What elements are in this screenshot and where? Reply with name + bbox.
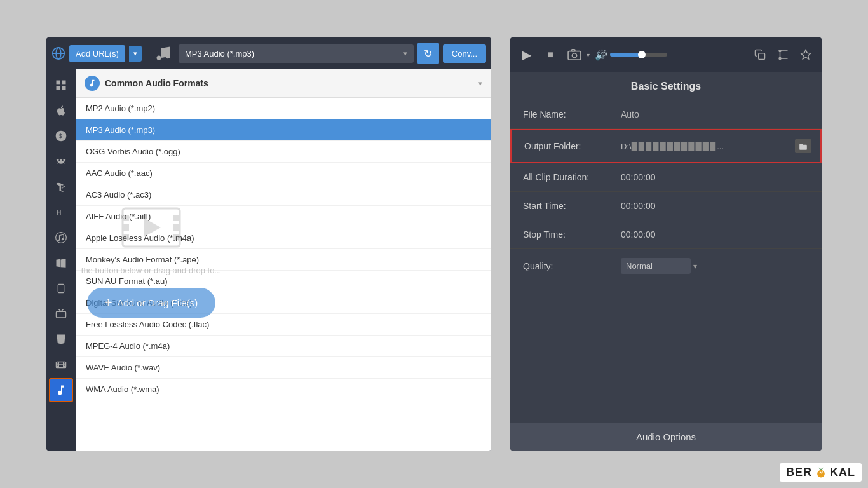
stop-time-value: 00:00:00 <box>612 220 822 249</box>
volume-slider: 🔊 <box>595 49 667 61</box>
film-placeholder-icon <box>119 202 183 253</box>
start-time-label: Start Time: <box>510 192 612 220</box>
settings-grid: File Name: Auto Output Folder: D:\██████… <box>510 100 822 283</box>
folder-path-text: D:\████████████... <box>621 142 791 151</box>
svg-point-43 <box>817 470 825 477</box>
play-button[interactable]: ▶ <box>517 45 536 64</box>
add-url-button[interactable]: Add URL(s) <box>69 45 125 62</box>
svg-rect-29 <box>123 234 129 240</box>
format-label: MP3 Audio (*.mp3) <box>185 49 254 58</box>
effects-button[interactable] <box>796 45 815 64</box>
svg-marker-33 <box>144 218 161 237</box>
dropdown-collapse-icon: ▾ <box>478 79 482 88</box>
quality-arrow-icon: ▾ <box>693 262 697 271</box>
section-title: Basic Settings <box>510 72 822 100</box>
svg-rect-37 <box>759 53 765 60</box>
svg-rect-30 <box>173 215 180 221</box>
volume-track[interactable] <box>610 53 667 57</box>
svg-rect-36 <box>572 50 575 51</box>
main-content: $ H <box>46 69 491 451</box>
dropdown-chevron-icon: ▾ <box>403 50 407 58</box>
add-drag-button[interactable]: + Add or Drag File(s) <box>87 288 215 318</box>
stop-button[interactable]: ■ <box>541 45 560 64</box>
refresh-button[interactable]: ↻ <box>417 43 439 64</box>
watermark-icon <box>815 466 827 479</box>
drag-text: the button below or drag and drop to... <box>81 266 221 275</box>
svg-rect-27 <box>123 215 129 221</box>
convert-label: Conv... <box>452 49 477 58</box>
output-folder-label: Output Folder: <box>510 129 612 163</box>
settings-area: Basic Settings File Name: Auto Output Fo… <box>510 72 822 423</box>
svg-point-38 <box>779 58 781 60</box>
quality-select[interactable]: Normal High Low <box>621 258 691 274</box>
svg-point-3 <box>156 56 161 60</box>
refresh-icon: ↻ <box>424 48 432 60</box>
media-area: the button below or drag and drop to... … <box>46 69 256 451</box>
file-name-value: Auto <box>612 100 822 129</box>
music-icon-top <box>152 42 175 65</box>
output-folder-value: D:\████████████... <box>612 129 822 163</box>
svg-point-35 <box>572 53 576 58</box>
clone-button[interactable] <box>750 45 770 64</box>
svg-rect-31 <box>173 224 180 231</box>
convert-button[interactable]: Conv... <box>443 44 486 63</box>
player-toolbar: ▶ ■ ▾ 🔊 <box>510 37 822 72</box>
cut-button[interactable] <box>773 45 792 64</box>
stop-time-label: Stop Time: <box>510 220 612 249</box>
watermark-text-after: KAL <box>830 466 855 479</box>
quality-container: Normal High Low ▾ <box>621 258 813 274</box>
quality-label: Quality: <box>510 249 612 283</box>
add-url-label: Add URL(s) <box>76 49 119 58</box>
volume-fill <box>610 53 642 57</box>
screenshot-dropdown-icon: ▾ <box>587 51 590 58</box>
format-dropdown[interactable]: MP3 Audio (*.mp3) ▾ <box>179 44 414 63</box>
watermark: BER KAL <box>780 463 862 482</box>
svg-point-4 <box>165 54 170 58</box>
svg-rect-32 <box>173 234 180 240</box>
add-drag-label: Add or Drag File(s) <box>117 297 198 308</box>
audio-options-footer[interactable]: Audio Options <box>510 423 822 451</box>
svg-point-39 <box>779 50 781 52</box>
folder-browse-button[interactable] <box>795 139 811 153</box>
plus-icon: + <box>105 295 112 310</box>
right-panel: ▶ ■ ▾ 🔊 <box>510 37 822 451</box>
add-url-chevron[interactable]: ▾ <box>129 46 142 62</box>
all-clip-duration-value: 00:00:00 <box>612 163 822 192</box>
all-clip-duration-label: All Clip Duration: <box>510 163 612 192</box>
top-toolbar: Add URL(s) ▾ MP3 Audio (*.mp3) ▾ ↻ Conv.… <box>46 37 491 69</box>
quality-value[interactable]: Normal High Low ▾ <box>612 249 822 283</box>
watermark-text-before: BER <box>786 466 812 479</box>
left-panel: Add URL(s) ▾ MP3 Audio (*.mp3) ▾ ↻ Conv.… <box>46 37 491 451</box>
svg-rect-34 <box>568 51 581 60</box>
volume-icon: 🔊 <box>595 49 607 61</box>
globe-icon <box>51 46 65 60</box>
player-right-buttons <box>750 45 815 64</box>
svg-rect-28 <box>123 224 129 231</box>
audio-options-label: Audio Options <box>636 431 696 442</box>
file-name-label: File Name: <box>510 100 612 129</box>
start-time-value: 00:00:00 <box>612 192 822 220</box>
volume-knob <box>638 51 646 58</box>
screenshot-button[interactable] <box>565 45 584 64</box>
